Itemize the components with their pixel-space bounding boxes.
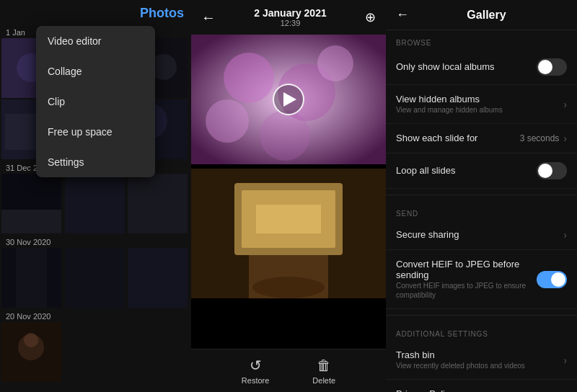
section-divider	[386, 195, 577, 195]
svg-point-27	[317, 45, 353, 81]
show-slide-row[interactable]: Show each slide for 3 seconds ›	[386, 124, 577, 153]
only-local-toggle[interactable]	[537, 58, 567, 76]
player-date-block: 2 January 2021 12:39	[254, 7, 326, 27]
chevron-icon: ›	[563, 133, 567, 144]
player-back-button[interactable]: ←	[201, 9, 216, 26]
toggle-knob	[538, 60, 552, 74]
secure-sharing-title: Secure sharing	[396, 229, 563, 240]
video-play-button[interactable]	[273, 84, 304, 115]
svg-rect-15	[128, 174, 188, 233]
convert-heif-title: Convert HEIF to JPEG before sending	[396, 259, 537, 280]
svg-point-26	[206, 99, 249, 143]
view-hidden-subtitle: View and manage hidden albums	[396, 105, 563, 115]
svg-point-34	[252, 277, 325, 298]
send-section-label: SEND	[386, 201, 577, 220]
loop-slides-toggle[interactable]	[537, 162, 567, 179]
trash-bin-row[interactable]: Trash bin View recently deleted photos a…	[386, 341, 577, 380]
photo-cell[interactable]	[128, 174, 188, 233]
player-video-area	[191, 35, 386, 349]
chevron-icon: ›	[563, 99, 567, 110]
restore-label: Restore	[242, 376, 270, 385]
privacy-policy-title: Privacy Policy	[396, 388, 563, 392]
play-icon	[283, 92, 296, 107]
menu-item-collage[interactable]: Collage	[36, 56, 155, 86]
browse-section-label: BROWSE	[386, 30, 577, 50]
delete-label: Delete	[312, 376, 335, 385]
convert-heif-row[interactable]: Convert HEIF to JPEG before sending Conv…	[386, 250, 577, 309]
only-local-row[interactable]: Only show local albums	[386, 50, 577, 85]
privacy-policy-row[interactable]: Privacy Policy ›	[386, 380, 577, 392]
date-label-nov30: 30 Nov 2020	[0, 233, 191, 248]
photo-grid-nov20	[0, 322, 191, 382]
view-hidden-row[interactable]: View hidden albums View and manage hidde…	[386, 85, 577, 124]
convert-heif-toggle[interactable]	[537, 271, 567, 288]
dropdown-menu: Video editor Collage Clip Free up space …	[36, 26, 155, 177]
svg-rect-17	[16, 248, 47, 308]
restore-icon: ↺	[250, 357, 262, 374]
player-header: ← 2 January 2021 12:39 ⊕	[191, 0, 386, 35]
player-menu-icon[interactable]: ⊕	[365, 9, 376, 25]
settings-header: ← Gallery	[386, 0, 577, 30]
settings-panel: ← Gallery BROWSE Only show local albums …	[386, 0, 577, 392]
toggle-knob	[538, 164, 552, 178]
svg-point-22	[24, 333, 38, 347]
menu-item-free-up-space[interactable]: Free up space	[36, 117, 155, 147]
photos-panel: Photos Video editor Collage Clip Free up…	[0, 0, 191, 392]
date-label-nov20: 20 Nov 2020	[0, 308, 191, 322]
player-panel: ← 2 January 2021 12:39 ⊕	[191, 0, 386, 392]
video-top-half	[191, 35, 386, 164]
loop-slides-title: Loop all slides	[396, 165, 537, 176]
video-floral-bg	[191, 35, 386, 164]
show-slide-title: Show each slide for	[396, 133, 520, 143]
photos-title: Photos	[140, 6, 184, 21]
svg-point-24	[224, 53, 274, 103]
trash-bin-subtitle: View recently deleted photos and videos	[396, 361, 563, 370]
section-divider	[386, 315, 577, 316]
only-local-title: Only show local albums	[396, 61, 537, 72]
menu-item-clip[interactable]: Clip	[36, 86, 155, 117]
trash-icon: 🗑	[317, 357, 331, 374]
delete-button[interactable]: 🗑 Delete	[312, 357, 335, 385]
photos-header: Photos	[0, 0, 191, 24]
loop-slides-row[interactable]: Loop all slides	[386, 153, 577, 189]
convert-heif-subtitle: Convert HEIF images to JPEG to ensure co…	[396, 281, 537, 300]
svg-rect-18	[65, 248, 125, 308]
menu-item-video-editor[interactable]: Video editor	[36, 26, 155, 56]
chevron-icon: ›	[563, 229, 567, 241]
settings-title: Gallery	[419, 9, 554, 22]
video-hand-content	[191, 169, 386, 298]
svg-rect-19	[128, 248, 188, 308]
svg-rect-32	[256, 205, 321, 233]
photo-cell[interactable]	[1, 248, 61, 308]
secure-sharing-row[interactable]: Secure sharing ›	[386, 220, 577, 250]
photo-cell[interactable]	[65, 248, 125, 308]
player-bottom-bar: ↺ Restore 🗑 Delete	[191, 349, 386, 392]
photo-grid-dec31	[0, 174, 191, 233]
svg-rect-14	[65, 174, 125, 233]
photo-grid-nov30	[0, 248, 191, 308]
chevron-icon: ›	[563, 388, 567, 392]
player-date: 2 January 2021	[254, 7, 326, 19]
toggle-knob	[551, 272, 565, 287]
settings-back-button[interactable]: ←	[396, 7, 409, 22]
player-time: 12:39	[254, 19, 326, 27]
view-hidden-title: View hidden albums	[396, 94, 563, 104]
show-slide-value: 3 seconds	[520, 133, 560, 143]
video-bottom-half	[191, 169, 386, 298]
menu-item-settings[interactable]: Settings	[36, 147, 155, 177]
restore-button[interactable]: ↺ Restore	[242, 357, 270, 385]
photo-cell[interactable]	[128, 248, 188, 308]
trash-bin-title: Trash bin	[396, 349, 563, 360]
photo-cell[interactable]	[65, 174, 125, 233]
chevron-icon: ›	[563, 355, 567, 366]
svg-point-28	[260, 110, 310, 161]
additional-section-label: ADDITIONAL SETTINGS	[386, 321, 577, 341]
svg-rect-13	[1, 210, 61, 233]
photo-cell[interactable]	[1, 174, 61, 233]
photo-cell[interactable]	[1, 322, 61, 382]
